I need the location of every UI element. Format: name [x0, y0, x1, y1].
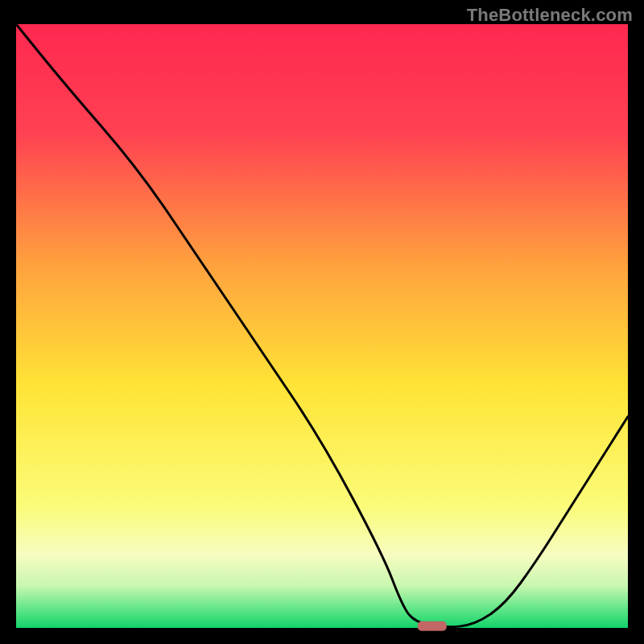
highlight-marker	[418, 621, 447, 631]
curve-layer	[16, 24, 628, 628]
plot-area	[16, 24, 628, 628]
bottleneck-curve	[16, 24, 628, 627]
watermark-text: TheBottleneck.com	[467, 5, 633, 26]
chart-container: TheBottleneck.com	[0, 0, 644, 644]
